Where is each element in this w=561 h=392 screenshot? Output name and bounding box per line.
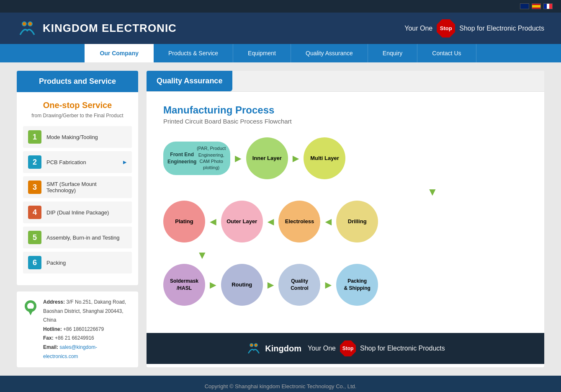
- nav-quality-assurance[interactable]: Quality Assurance: [291, 44, 368, 62]
- sidebar: Products and Service One-stop Service fr…: [17, 71, 138, 367]
- tagline-after: Shop for Electronic Products: [459, 25, 544, 32]
- main-nav: Our Company Products & Service Equipment…: [0, 44, 561, 62]
- step-label-4: DIP (Dual Inline Package): [46, 209, 109, 216]
- arrow-4: ◄: [263, 216, 279, 227]
- svg-point-10: [255, 344, 257, 346]
- page-footer: Copyright © Shanghai kingdom Electronic …: [0, 376, 561, 392]
- node-packing: Packing& Shipping: [336, 264, 378, 306]
- step-label-3: SMT (Surface Mount Technology): [46, 181, 127, 193]
- logo-text: KINGDOM ELECTRONIC: [43, 22, 177, 35]
- step-label-1: Mode Making/Tooling: [46, 134, 98, 140]
- step-num-4: 4: [28, 206, 41, 219]
- step-num-5: 5: [28, 231, 41, 244]
- footer-tagline-after: Shop for Electronic Products: [360, 345, 445, 352]
- arrow-8: ►: [320, 279, 336, 290]
- address-label: Address:: [43, 299, 65, 305]
- fax-label: Fax:: [43, 335, 54, 341]
- arrow-6: ►: [205, 279, 221, 290]
- footer-tagline: Your One Stop Shop for Electronic Produc…: [308, 340, 445, 356]
- sidebar-step-2[interactable]: 2 PCB Fabrication ►: [23, 151, 132, 173]
- arrow-5: ◄: [320, 216, 336, 227]
- node-front-end: Front End Engineering(PAR, Product Engin…: [163, 142, 230, 175]
- arrow-2: ►: [288, 153, 304, 164]
- nav-enquiry[interactable]: Enquiry: [368, 44, 417, 62]
- header: KINGDOM ELECTRONIC Your One Stop Shop fo…: [0, 13, 561, 44]
- arrow-right-icon: ►: [122, 159, 128, 165]
- content-header-wrap: Quality Assurance: [147, 71, 544, 92]
- content-body: Manufacturing Process Printed Circuit Bo…: [147, 92, 544, 325]
- sidebar-step-4[interactable]: 4 DIP (Dual Inline Package): [23, 201, 132, 223]
- nav-contact-us[interactable]: Contact Us: [417, 44, 476, 62]
- hotline-label: Hotline:: [43, 326, 62, 332]
- tagline-before: Your One: [404, 25, 432, 32]
- sidebar-step-1[interactable]: 1 Mode Making/Tooling: [23, 126, 132, 148]
- node-plating: Plating: [163, 201, 205, 242]
- flow-row-3: Soldermask/HASL ► Routing ► QualityContr…: [163, 264, 528, 306]
- arrow-3: ◄: [205, 216, 221, 227]
- step-num-3: 3: [28, 181, 41, 194]
- nav-our-company[interactable]: Our Company: [85, 44, 154, 62]
- flow-row-2: Plating ◄ Outer Layer ◄ Electroless ◄ Dr…: [163, 201, 528, 242]
- step-label-2: PCB Fabrication: [46, 159, 86, 165]
- tagline: Your One Stop Shop for Electronic Produc…: [404, 19, 544, 38]
- footer-logo-icon: [246, 341, 262, 356]
- one-stop-title: One-stop Service: [23, 101, 132, 110]
- footer-stop-sign: Stop: [340, 340, 356, 356]
- footer-logo-text: Kingdom: [265, 344, 301, 353]
- node-multi-layer: Multi Layer: [304, 137, 345, 179]
- logo-icon: [17, 19, 38, 38]
- node-drilling: Drilling: [336, 201, 378, 242]
- flow-row-1: Front End Engineering(PAR, Product Engin…: [163, 137, 528, 179]
- fax-value: +86 21 66249916: [55, 335, 94, 341]
- node-inner-layer: Inner Layer: [246, 137, 288, 179]
- arrow-7: ►: [263, 279, 279, 290]
- contact-info: Address: 3/F No.251, Dakang Road, Baosha…: [43, 298, 132, 361]
- nav-equipment[interactable]: Equipment: [233, 44, 291, 62]
- footer-banner: Kingdom Your One Stop Shop for Electroni…: [147, 333, 544, 364]
- node-quality-control: QualityControl: [278, 264, 320, 306]
- svg-point-2: [23, 22, 26, 26]
- logo-area: KINGDOM ELECTRONIC: [17, 19, 177, 38]
- top-bar: [0, 0, 561, 13]
- flag-es[interactable]: [532, 3, 541, 9]
- sidebar-header: Products and Service: [17, 71, 138, 92]
- down-arrow-2: ▼: [163, 249, 528, 262]
- process-title: Manufacturing Process: [163, 104, 528, 116]
- map-pin-icon: [23, 299, 38, 315]
- footer-tagline-before: Your One: [308, 345, 336, 352]
- process-sub: Printed Circuit Board Basic Process Flow…: [163, 118, 528, 125]
- one-stop-sub: from Drawing/Gerber to the Final Product: [23, 113, 132, 119]
- node-routing: Routing: [221, 264, 263, 306]
- arrow-1: ►: [230, 153, 246, 164]
- svg-point-9: [250, 344, 253, 346]
- step-num-2: 2: [28, 155, 41, 169]
- step-label-6: Packing: [46, 260, 66, 266]
- contact-card: Address: 3/F No.251, Dakang Road, Baosha…: [17, 291, 138, 367]
- node-outer-layer: Outer Layer: [221, 201, 263, 242]
- step-label-5: Assembly, Burn-in and Testing: [46, 235, 119, 241]
- hotline-value: +86 18601226679: [63, 326, 104, 332]
- node-soldermask: Soldermask/HASL: [163, 264, 205, 306]
- sidebar-body: One-stop Service from Drawing/Gerber to …: [17, 92, 138, 285]
- flag-uk[interactable]: [520, 3, 529, 9]
- email-label: Email:: [43, 344, 58, 350]
- step-num-1: 1: [28, 130, 41, 144]
- footer-logo: Kingdom: [246, 341, 301, 356]
- svg-point-3: [28, 22, 32, 26]
- svg-point-5: [27, 303, 34, 309]
- sidebar-step-3[interactable]: 3 SMT (Surface Mount Technology): [23, 176, 132, 198]
- flag-fr[interactable]: [543, 3, 553, 9]
- content-header: Quality Assurance: [147, 71, 232, 91]
- step-num-6: 6: [28, 256, 41, 269]
- node-electroless: Electroless: [278, 201, 320, 242]
- stop-sign: Stop: [437, 19, 455, 38]
- sidebar-step-5[interactable]: 5 Assembly, Burn-in and Testing: [23, 227, 132, 248]
- main-content: Products and Service One-stop Service fr…: [0, 62, 561, 376]
- content-area: Quality Assurance Manufacturing Process …: [147, 71, 544, 367]
- down-arrow-1: ▼: [163, 186, 528, 199]
- nav-products-service[interactable]: Products & Service: [154, 44, 233, 62]
- copyright: Copyright © Shanghai kingdom Electronic …: [205, 383, 357, 389]
- sidebar-step-6[interactable]: 6 Packing: [23, 252, 132, 273]
- svg-marker-6: [27, 309, 34, 315]
